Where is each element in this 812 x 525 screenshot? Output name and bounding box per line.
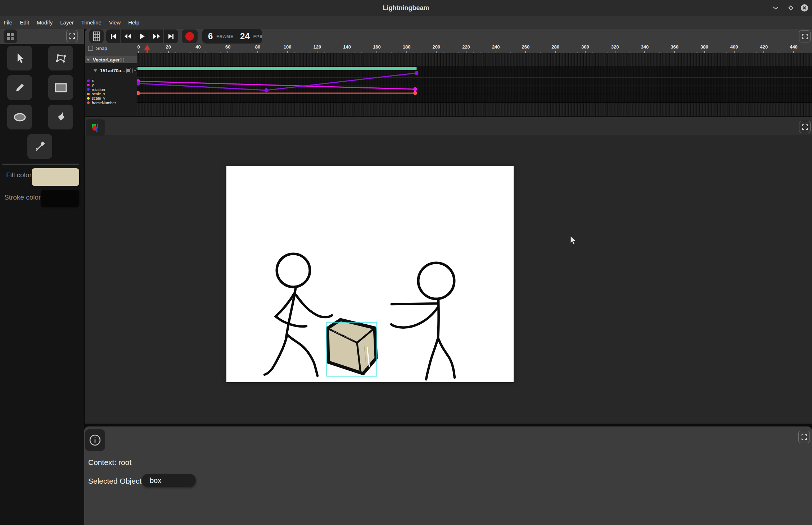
- minimize-chevron-icon[interactable]: [771, 3, 780, 13]
- keyframe-y-186[interactable]: [413, 87, 417, 91]
- property-row-frameNumber[interactable]: frameNumber: [87, 100, 137, 105]
- subselect-tool-button[interactable]: [48, 46, 73, 70]
- rewind-button[interactable]: [121, 29, 135, 43]
- stage-drawing: [226, 166, 514, 382]
- ruler-label-440: 440: [790, 44, 798, 50]
- ruler-label-360: 360: [671, 44, 678, 50]
- property-name: frameNumber: [92, 101, 116, 105]
- left-panel-expand-button[interactable]: [66, 30, 78, 42]
- fps-label: FPS: [253, 33, 263, 39]
- left-tool-panel: Fill color: Stroke color:: [0, 29, 84, 525]
- property-row-y[interactable]: y: [87, 83, 137, 87]
- ruler-label-20: 20: [166, 44, 171, 50]
- info-button[interactable]: [85, 429, 105, 451]
- keyframe-x-187[interactable]: [415, 71, 419, 75]
- stage-tab-button[interactable]: [86, 119, 105, 136]
- canvas-expand-button[interactable]: [799, 121, 811, 133]
- film-button[interactable]: [89, 29, 104, 43]
- playhead[interactable]: [144, 45, 150, 53]
- sublayer-tilde-toggle[interactable]: ~: [132, 68, 137, 73]
- menu-item-help[interactable]: Help: [128, 19, 140, 26]
- stick-figure-left[interactable]: [265, 254, 332, 376]
- ruler-label-420: 420: [760, 44, 768, 50]
- animation-curves[interactable]: [137, 53, 812, 116]
- inspector-expand-button[interactable]: [798, 431, 810, 443]
- record-button[interactable]: [182, 29, 198, 43]
- menu-item-edit[interactable]: Edit: [19, 19, 30, 26]
- fill-color-swatch[interactable]: [32, 168, 79, 186]
- ruler-label-160: 160: [373, 44, 381, 50]
- skip-start-button[interactable]: [106, 29, 121, 43]
- layer-name: VectorLayer: [93, 57, 119, 63]
- stage[interactable]: [226, 166, 514, 382]
- property-color-dot: [87, 79, 90, 82]
- pencil-tool-button[interactable]: [7, 75, 32, 100]
- menu-item-file[interactable]: File: [3, 19, 13, 26]
- paint-bucket-tool-button[interactable]: [48, 105, 73, 129]
- collapse-triangle-icon[interactable]: [86, 59, 90, 61]
- property-row-scale_y[interactable]: scale_y: [87, 96, 137, 100]
- sublayer-square-toggle[interactable]: [126, 68, 131, 73]
- app-window: Lightningbeam FileEditModifyLayerTimelin…: [0, 0, 812, 525]
- snap-checkbox[interactable]: [88, 46, 93, 51]
- ruler-label-300: 300: [581, 44, 589, 50]
- menu-item-layer[interactable]: Layer: [60, 19, 74, 26]
- left-panel-header: [0, 29, 84, 44]
- property-row-rotation[interactable]: rotation: [87, 87, 137, 92]
- rectangle-icon: [55, 83, 67, 92]
- stick-figure-right[interactable]: [391, 263, 455, 379]
- track-area[interactable]: [137, 53, 812, 116]
- inspector-panel: Context: root Selected Object box: [84, 426, 812, 525]
- timeline-expand-button[interactable]: [799, 30, 811, 42]
- frame-value: 6: [208, 31, 213, 41]
- eyedropper-tool-button[interactable]: [27, 134, 52, 159]
- timeline-panel: 6 FRAME 24 FPS Snap 02040608010012014016…: [85, 29, 812, 116]
- stroke-color-swatch[interactable]: [41, 190, 79, 207]
- menu-item-modify[interactable]: Modify: [36, 19, 53, 26]
- keyframe-frameNumber-186[interactable]: [413, 91, 417, 95]
- collapse-triangle-icon[interactable]: [94, 69, 97, 72]
- property-row-x[interactable]: x: [87, 78, 137, 83]
- property-name: y: [92, 83, 94, 87]
- box-object[interactable]: [328, 320, 376, 374]
- menu-item-timeline[interactable]: Timeline: [81, 19, 102, 26]
- layer-column: VectorLayer [L] 151ad70a... ~ xyrotation…: [85, 53, 137, 116]
- fast-forward-button[interactable]: [149, 29, 164, 43]
- property-color-dot: [87, 97, 90, 100]
- ruler-label-280: 280: [551, 44, 559, 50]
- ruler-label-80: 80: [255, 44, 260, 50]
- select-tool-button[interactable]: [7, 46, 32, 70]
- menu-item-view[interactable]: View: [109, 19, 121, 26]
- ruler-label-140: 140: [343, 44, 351, 50]
- play-button[interactable]: [135, 29, 149, 43]
- record-icon: [185, 32, 194, 41]
- layer-row-sublayer[interactable]: 151ad70a... ~: [85, 67, 137, 74]
- fullscreen-icon: [69, 33, 75, 39]
- titlebar: Lightningbeam: [0, 0, 812, 16]
- ruler-label-400: 400: [730, 44, 738, 50]
- property-color-dot: [87, 88, 90, 91]
- close-icon[interactable]: [800, 3, 809, 13]
- panel-grid-button[interactable]: [4, 29, 17, 43]
- keyframe-x-86[interactable]: [265, 88, 268, 92]
- timeline-ruler[interactable]: 0204060801001201401601802002202402602803…: [137, 44, 812, 53]
- eyedropper-icon: [34, 141, 46, 152]
- keyframe-frameNumber-0[interactable]: [137, 91, 140, 95]
- sublayer-name: 151ad70a...: [100, 68, 125, 73]
- ruler-label-120: 120: [313, 44, 321, 50]
- ruler-label-220: 220: [462, 44, 470, 50]
- maximize-diamond-icon[interactable]: [786, 3, 795, 13]
- ruler-label-40: 40: [195, 44, 200, 50]
- rectangle-tool-button[interactable]: [48, 75, 73, 100]
- selected-object-field[interactable]: box: [142, 474, 196, 487]
- ellipse-tool-button[interactable]: [7, 105, 32, 129]
- fullscreen-icon: [802, 434, 807, 440]
- skip-end-button[interactable]: [164, 29, 178, 43]
- stroke-color-label: Stroke color:: [4, 193, 43, 201]
- fps-value: 24: [240, 31, 250, 41]
- layer-row-vectorlayer[interactable]: VectorLayer [L]: [85, 56, 137, 63]
- layer-track-bar[interactable]: [137, 67, 417, 70]
- property-color-dot: [87, 93, 90, 95]
- property-row-scale_x[interactable]: scale_x: [87, 92, 137, 96]
- ellipse-icon: [13, 113, 26, 122]
